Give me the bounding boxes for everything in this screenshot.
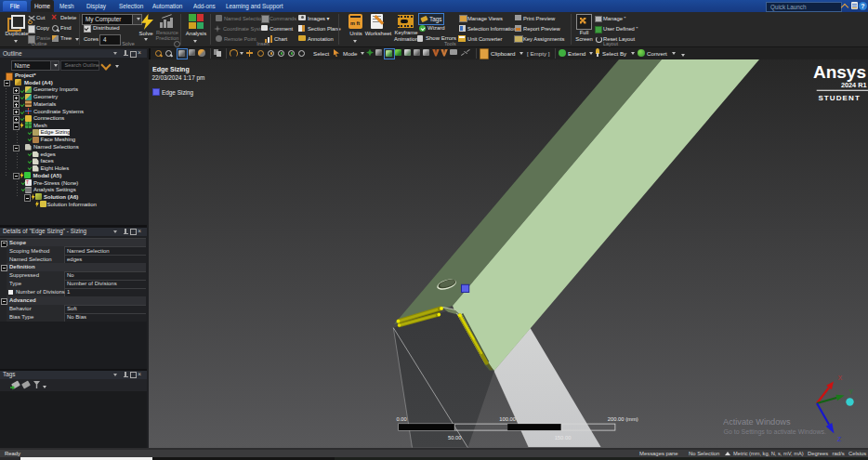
svg-text:Edge Sizing: Edge Sizing bbox=[152, 66, 190, 73]
svg-text:Edge Sizing: Edge Sizing bbox=[162, 89, 194, 97]
svg-text:X: X bbox=[838, 375, 843, 381]
svg-text:2024 R1: 2024 R1 bbox=[841, 81, 867, 89]
svg-text:Activate Windows: Activate Windows bbox=[723, 417, 791, 427]
svg-text:200.00 (mm): 200.00 (mm) bbox=[608, 416, 638, 422]
svg-text:50.00: 50.00 bbox=[448, 435, 462, 440]
svg-text:0.00: 0.00 bbox=[397, 416, 407, 422]
svg-text:STUDENT: STUDENT bbox=[818, 94, 860, 102]
svg-text:100.00: 100.00 bbox=[499, 416, 516, 422]
svg-text:Go to Settings to activate Win: Go to Settings to activate Windows. bbox=[724, 428, 827, 436]
svg-text:22/03/2024 1:17 pm: 22/03/2024 1:17 pm bbox=[152, 74, 205, 82]
svg-text:Ansys: Ansys bbox=[813, 62, 866, 82]
svg-text:Y: Y bbox=[849, 388, 854, 395]
svg-text:150.00: 150.00 bbox=[555, 435, 572, 440]
svg-text:Z: Z bbox=[837, 436, 842, 442]
